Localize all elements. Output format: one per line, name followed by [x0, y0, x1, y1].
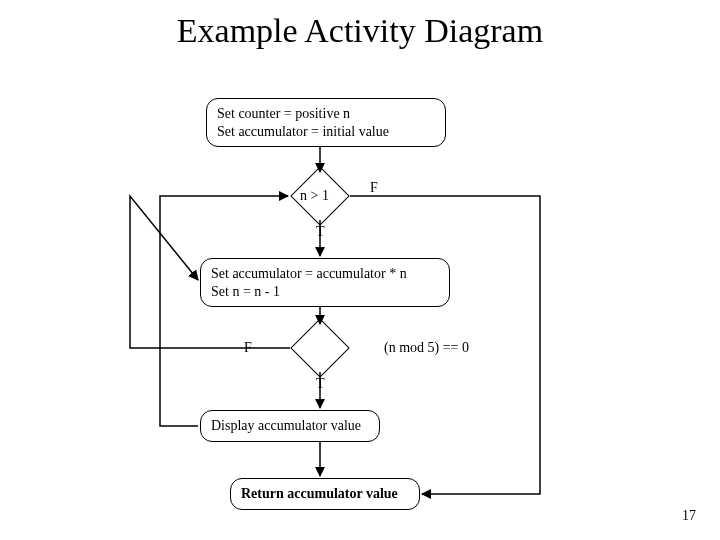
- dec1-cond-label: n > 1: [300, 188, 329, 204]
- loop-body-box: Set accumulator = accumulator * n Set n …: [200, 258, 450, 307]
- dec2-true-label: T: [316, 376, 325, 392]
- return-box: Return accumulator value: [230, 478, 420, 510]
- loop-line2: Set n = n - 1: [211, 283, 439, 301]
- init-line2: Set accumulator = initial value: [217, 123, 435, 141]
- page-title: Example Activity Diagram: [0, 12, 720, 50]
- dec1-true-label: T: [316, 224, 325, 240]
- page-number: 17: [682, 508, 696, 524]
- display-box: Display accumulator value: [200, 410, 380, 442]
- decision-mod5: [290, 318, 349, 377]
- dec2-cond-label: (n mod 5) == 0: [384, 340, 469, 356]
- init-box: Set counter = positive n Set accumulator…: [206, 98, 446, 147]
- dec2-false-label: F: [244, 340, 252, 356]
- display-text: Display accumulator value: [211, 418, 361, 433]
- loop-line1: Set accumulator = accumulator * n: [211, 265, 439, 283]
- init-line1: Set counter = positive n: [217, 105, 435, 123]
- dec1-false-label: F: [370, 180, 378, 196]
- return-text: Return accumulator value: [241, 486, 398, 501]
